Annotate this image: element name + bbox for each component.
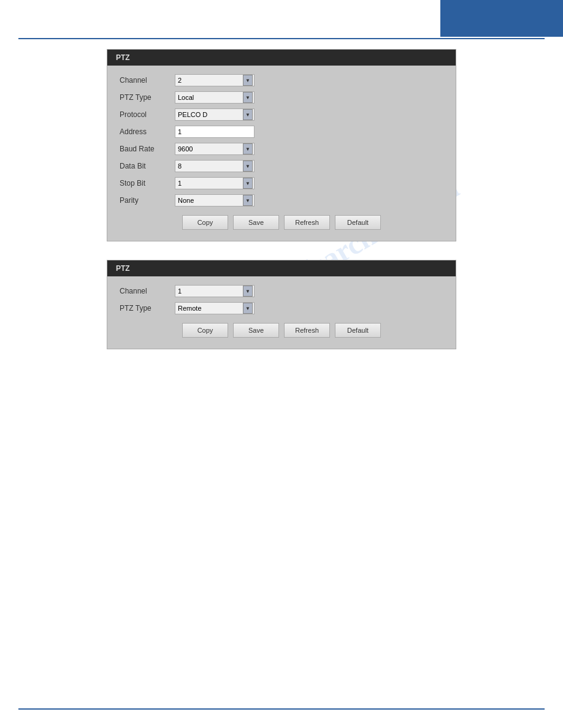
- baudrate-control: 9600 4800 2400 1200 ▼: [175, 143, 255, 155]
- panel1-refresh-button[interactable]: Refresh: [284, 215, 330, 230]
- panel2-ptztype-select-box[interactable]: Remote Local ▼: [175, 302, 255, 314]
- stopbit-row: Stop Bit 1 2 ▼: [120, 177, 443, 189]
- address-label: Address: [120, 127, 175, 136]
- ptz-panel-1: PTZ Channel 2 1 3 4 ▼: [107, 49, 456, 241]
- ptz-panel-2: PTZ Channel 1 2 3 4 ▼: [107, 260, 456, 349]
- panel2-save-button[interactable]: Save: [233, 323, 279, 338]
- databit-select[interactable]: 8 7: [178, 161, 251, 172]
- databit-row: Data Bit 8 7 ▼: [120, 160, 443, 172]
- protocol-label: Protocol: [120, 110, 175, 119]
- top-line: [18, 38, 545, 39]
- parity-select[interactable]: None Odd Even: [178, 195, 251, 206]
- protocol-control: PELCO D PELCO P ▼: [175, 108, 255, 121]
- ptztype-select[interactable]: Local Remote: [178, 92, 251, 103]
- panel2-channel-select[interactable]: 1 2 3 4: [178, 286, 251, 297]
- bottom-line: [18, 708, 545, 710]
- stopbit-control: 1 2 ▼: [175, 177, 255, 189]
- ptz-body-2: Channel 1 2 3 4 ▼ PTZ Type: [107, 276, 456, 349]
- stopbit-select-box[interactable]: 1 2 ▼: [175, 177, 255, 189]
- parity-control: None Odd Even ▼: [175, 194, 255, 207]
- panel2-channel-row: Channel 1 2 3 4 ▼: [120, 285, 443, 297]
- channel-row: Channel 2 1 3 4 ▼: [120, 74, 443, 86]
- ptztype-row: PTZ Type Local Remote ▼: [120, 91, 443, 104]
- parity-row: Parity None Odd Even ▼: [120, 194, 443, 207]
- panel1-save-button[interactable]: Save: [233, 215, 279, 230]
- panel2-channel-control: 1 2 3 4 ▼: [175, 285, 255, 297]
- panel2-ptztype-control: Remote Local ▼: [175, 302, 255, 314]
- panel2-channel-select-box[interactable]: 1 2 3 4 ▼: [175, 285, 255, 297]
- baudrate-label: Baud Rate: [120, 145, 175, 153]
- protocol-select[interactable]: PELCO D PELCO P: [178, 109, 251, 120]
- baudrate-row: Baud Rate 9600 4800 2400 1200 ▼: [120, 143, 443, 155]
- ptztype-control: Local Remote ▼: [175, 91, 255, 104]
- stopbit-select[interactable]: 1 2: [178, 178, 251, 189]
- panel2-ptztype-label: PTZ Type: [120, 304, 175, 313]
- panel2-default-button[interactable]: Default: [335, 323, 381, 338]
- address-control: [175, 126, 255, 138]
- baudrate-select[interactable]: 9600 4800 2400 1200: [178, 143, 251, 154]
- address-row: Address: [120, 126, 443, 138]
- panel2-channel-label: Channel: [120, 287, 175, 295]
- channel-select[interactable]: 2 1 3 4: [178, 75, 251, 86]
- ptz-title-2: PTZ: [116, 264, 130, 273]
- databit-label: Data Bit: [120, 162, 175, 170]
- databit-select-box[interactable]: 8 7 ▼: [175, 160, 255, 172]
- panel2-ptztype-select[interactable]: Remote Local: [178, 303, 251, 314]
- protocol-select-box[interactable]: PELCO D PELCO P ▼: [175, 108, 255, 121]
- ptz-title-1: PTZ: [116, 53, 130, 62]
- ptz-header-1: PTZ: [107, 50, 456, 66]
- protocol-row: Protocol PELCO D PELCO P ▼: [120, 108, 443, 121]
- channel-select-box[interactable]: 2 1 3 4 ▼: [175, 74, 255, 86]
- top-accent: [440, 0, 563, 37]
- panel2-ptztype-row: PTZ Type Remote Local ▼: [120, 302, 443, 314]
- baudrate-select-box[interactable]: 9600 4800 2400 1200 ▼: [175, 143, 255, 155]
- panel1-default-button[interactable]: Default: [335, 215, 381, 230]
- panel1-copy-button[interactable]: Copy: [182, 215, 228, 230]
- panel2-refresh-button[interactable]: Refresh: [284, 323, 330, 338]
- ptztype-select-box[interactable]: Local Remote ▼: [175, 91, 255, 104]
- parity-label: Parity: [120, 196, 175, 205]
- content-area: PTZ Channel 2 1 3 4 ▼: [18, 49, 545, 368]
- stopbit-label: Stop Bit: [120, 179, 175, 188]
- panel2-copy-button[interactable]: Copy: [182, 323, 228, 338]
- ptztype-label: PTZ Type: [120, 93, 175, 102]
- databit-control: 8 7 ▼: [175, 160, 255, 172]
- ptz-body-1: Channel 2 1 3 4 ▼ PTZ Type: [107, 66, 456, 241]
- panel2-button-row: Copy Save Refresh Default: [120, 323, 443, 340]
- channel-control: 2 1 3 4 ▼: [175, 74, 255, 86]
- ptz-header-2: PTZ: [107, 260, 456, 276]
- parity-select-box[interactable]: None Odd Even ▼: [175, 194, 255, 207]
- channel-label: Channel: [120, 76, 175, 85]
- address-input[interactable]: [175, 126, 255, 138]
- panel1-button-row: Copy Save Refresh Default: [120, 215, 443, 232]
